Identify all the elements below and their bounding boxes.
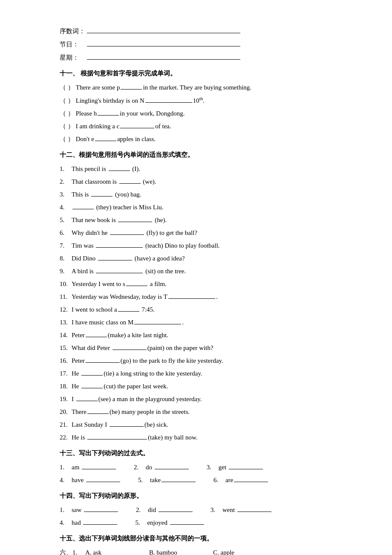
s11-item-1: （ ） There are some p in the market. They… <box>60 82 349 93</box>
weekday-label: 星期： <box>60 52 85 64</box>
choice-A-1: A. ask <box>85 547 128 555</box>
choice-B-1: B. bamboo <box>149 547 192 555</box>
weekday-line: 星期： <box>60 52 349 64</box>
s12-item-8: 8. Did Dino (have) a good idea? <box>60 253 349 264</box>
s12-item-22: 22. He is (take) my ball now. <box>60 432 349 443</box>
section13-title: 十三、写出下列动词的过去式。 <box>60 448 349 459</box>
festival-underline <box>87 46 240 46</box>
s12-item-19: 19. I (see) a man in the playground yest… <box>60 393 349 405</box>
s12-item-20: 20. There(be) many people in the streets… <box>60 406 349 418</box>
weekday-underline <box>87 59 240 60</box>
s11-item-2: （ ） Lingling's birthday is on N10th. <box>60 95 349 107</box>
ordinal-underline <box>87 33 240 33</box>
s12-item-21: 21. Last Sunday I (be) sick. <box>60 419 349 431</box>
s14-r1-1: 1. saw <box>60 504 119 516</box>
s12-item-12: 12. I went to school a 7:45. <box>60 304 349 315</box>
s14-r2-2: 5. enjoyed <box>135 517 205 529</box>
section11-title: 十一、 根据句意和首字母提示完成单词。 <box>60 68 349 79</box>
s12-item-16: 16. Peter(go) to the park to fly the kit… <box>60 355 349 367</box>
section15-title: 十五、选出下列单词划线部分读音与其他不同的一项。 <box>60 533 349 544</box>
header-section: 序数词： 节日： 星期： <box>60 26 349 64</box>
choice-C-1: C. apple <box>213 547 256 555</box>
s12-item-13: 13. I have music class on M. <box>60 317 349 328</box>
s15-row-1: 六、 1. A. ask B. bamboo C. apple <box>60 547 349 555</box>
s12-item-6: 6. Why didn't he (fly) to get the ball? <box>60 227 349 239</box>
s13-r2-1: 4. have <box>60 474 121 486</box>
festival-line: 节日： <box>60 39 349 50</box>
s12-item-5: 5. That new book is (he). <box>60 214 349 226</box>
s12-item-1: 1. This pencil is (I). <box>60 163 349 175</box>
s12-item-4: 4. (they) teacher is Miss Liu. <box>60 202 349 213</box>
s14-row1: 1. saw 2. did 3. went <box>60 504 349 516</box>
s12-item-15: 15. What did Peter (paint) on the paper … <box>60 342 349 354</box>
ordinal-label: 序数词： <box>60 26 85 37</box>
s11-item-4: （ ） I am drinking a c of tea. <box>60 121 349 132</box>
section12-items: 1. This pencil is (I). 2. That classroom… <box>60 163 349 443</box>
s14-r1-3: 3. went <box>210 504 272 516</box>
s12-item-7: 7. Tim was (teach) Dino to play football… <box>60 240 349 251</box>
section14-items: 1. saw 2. did 3. went 4. had 5. enjoyed <box>60 504 349 529</box>
s14-r2-1: 4. had <box>60 517 118 529</box>
s12-item-3: 3. This is (you) bag. <box>60 189 349 200</box>
s13-r2-3: 6. are <box>213 474 269 486</box>
section15-items: 六、 1. A. ask B. bamboo C. apple 七、 2. A.… <box>60 547 349 555</box>
s12-item-17: 17. He (tie) a long string to the kite y… <box>60 368 349 379</box>
section11-items: （ ） There are some p in the market. They… <box>60 82 349 145</box>
s11-item-3: （ ） Please h in your work, Dongdong. <box>60 108 349 119</box>
s14-r1-2: 2. did <box>136 504 193 516</box>
s13-row1: 1. am 2. do 3. get <box>60 462 349 473</box>
s13-r2-2: 5. take <box>138 474 196 486</box>
s12-item-10: 10. Yesterday I went to s a film. <box>60 278 349 290</box>
s14-row2: 4. had 5. enjoyed <box>60 517 349 529</box>
s12-item-9: 9. A bird is (sit) on the tree. <box>60 266 349 277</box>
s13-r1-3: 3. get <box>207 462 264 473</box>
section14-title: 十四、写出下列动词的原形。 <box>60 490 349 502</box>
s12-item-18: 18. He (cut) the paper last week. <box>60 381 349 392</box>
s12-item-11: 11. Yesterday was Wednesday, today is T. <box>60 291 349 303</box>
ordinal-line: 序数词： <box>60 26 349 37</box>
section12-title: 十二、根据句意用括号内单词的适当形式填空。 <box>60 149 349 161</box>
s13-row2: 4. have 5. take 6. are <box>60 474 349 486</box>
festival-label: 节日： <box>60 39 85 50</box>
s12-item-14: 14. Peter(make) a kite last night. <box>60 330 349 341</box>
s13-r1-2: 2. do <box>134 462 190 473</box>
s12-item-2: 2. That classroom is (we). <box>60 176 349 188</box>
s11-item-5: （ ） Don't e apples in class. <box>60 133 349 145</box>
section13-items: 1. am 2. do 3. get 4. have 5. take 6. ar… <box>60 462 349 486</box>
s13-r1-1: 1. am <box>60 462 117 473</box>
